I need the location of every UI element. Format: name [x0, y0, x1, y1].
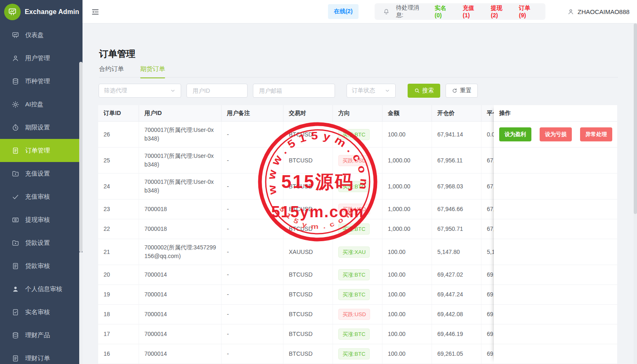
cell-open-price: 67,941.14 [432, 122, 481, 147]
cell-direction: 买涨:BTC [333, 219, 382, 239]
sidebar-item-coins[interactable]: 币种管理 [0, 70, 79, 93]
direction-tag: 买涨:BTC [338, 329, 370, 340]
cell-amount: 1,000.00 [382, 200, 432, 219]
topbar: 在线(2) 待处理消息: 实名(0)充值(1)提现(2)订单(9) ZHAOCA… [83, 0, 637, 23]
table-row-actions [494, 344, 617, 364]
sidebar-item-wealth-orders[interactable]: 理财订单 [0, 347, 79, 364]
presentation-chart-icon [8, 7, 17, 16]
column-header-4: 方向 [333, 105, 382, 121]
cell-user-note: - [222, 265, 283, 284]
cell-user-id: 7000014 [139, 324, 222, 344]
cell-open-price: 67,950.71 [432, 219, 481, 239]
sidebar-item-label: 提现审核 [25, 216, 50, 224]
sidebar-item-dashboard[interactable]: 仪表盘 [0, 23, 79, 47]
cell-amount: 1,000.00 [382, 219, 432, 239]
search-button[interactable]: 搜索 [408, 84, 440, 98]
column-header-5: 金额 [382, 105, 432, 121]
doc-icon [12, 147, 19, 155]
window-scrollbar-thumb[interactable] [634, 23, 637, 214]
sidebar-item-label: 贷款设置 [25, 239, 50, 247]
page-title: 订单管理 [99, 48, 135, 60]
clock-icon [12, 124, 19, 132]
abnormal-handle-button[interactable]: 异常处理 [580, 127, 612, 141]
direction-tag: 买涨:BTC [338, 269, 370, 280]
search-icon [414, 88, 420, 94]
cell-amount: 100.00 [382, 239, 432, 265]
cell-open-price: 69,261.05 [432, 344, 481, 364]
sidebar-item-realname-audit[interactable]: 实名审核 [0, 301, 79, 324]
direction-tag: 买涨:XAU [338, 247, 370, 258]
cell-pair: BTCUSD [283, 122, 333, 147]
reset-button[interactable]: 重置 [446, 84, 478, 98]
set-profit-button[interactable]: 设为盈利 [499, 127, 531, 141]
tab-1[interactable]: 期货订单 [140, 65, 165, 78]
sidebar-item-ai[interactable]: AI控盘 [0, 93, 79, 116]
pending-badge-0[interactable]: 实名(0) [434, 5, 453, 19]
email-input[interactable] [258, 87, 330, 94]
pending-label: 待处理消息: [396, 4, 426, 19]
cell-order-id: 18 [98, 305, 139, 324]
pending-messages-pill: 待处理消息: 实名(0)充值(1)提现(2)订单(9) [375, 3, 545, 20]
cell-order-id: 21 [98, 239, 139, 265]
table-row-actions [494, 219, 617, 239]
sidebar-item-withdraw-audit[interactable]: 提现审核 [0, 208, 79, 231]
direction-tag: 买涨:BTC [338, 348, 370, 359]
sidebar-item-period[interactable]: 期限设置 [0, 116, 79, 139]
cell-direction: 买涨:XAU [333, 239, 382, 265]
cell-user-id: 7000014 [139, 285, 222, 304]
sidebar-item-label: AI控盘 [25, 101, 43, 108]
sidebar-item-orders[interactable]: 订单管理 [0, 139, 79, 162]
exchange-admin-app: Exchange Admin 仪表盘 用户管理 币种管理 AI控盘 期限设置 订… [0, 0, 637, 364]
set-loss-button[interactable]: 设为亏损 [540, 127, 572, 141]
tab-0[interactable]: 合约订单 [99, 65, 124, 78]
sidebar-item-recharge-set[interactable]: 充值设置 [0, 162, 79, 185]
sidebar-item-loan-audit[interactable]: 贷款审核 [0, 254, 79, 277]
order-status-select[interactable]: 订单状态 [347, 84, 396, 98]
doccheck-icon [12, 308, 19, 316]
sidebar-item-label: 实名审核 [25, 308, 50, 316]
table-row-actions [494, 174, 617, 200]
sidebar-item-personal-audit[interactable]: 个人信息审核 [0, 277, 79, 301]
sidebar-scrollbar [79, 0, 83, 364]
cell-open-price: 69,446.19 [432, 324, 481, 344]
user-id-field-wrap [186, 84, 248, 98]
sidebar-item-wealth-products[interactable]: 理财产品 [0, 324, 79, 347]
cell-order-id: 25 [98, 148, 139, 173]
cell-direction: 买涨:BTC [333, 344, 382, 364]
pending-badge-1[interactable]: 充值(1) [463, 5, 481, 19]
cell-amount: 1,000.00 [382, 148, 432, 173]
main-area: 在线(2) 待处理消息: 实名(0)充值(1)提现(2)订单(9) ZHAOCA… [83, 0, 637, 364]
user-menu[interactable]: ZHAOCAIMAO888 [567, 0, 630, 23]
table-row-actions [494, 324, 617, 344]
gear-icon [12, 101, 19, 108]
refresh-icon [452, 88, 458, 94]
cell-open-price: 69,442.08 [432, 305, 481, 324]
cell-direction: 买跌:USD [333, 200, 382, 219]
actions-column-header: 操作 [494, 105, 617, 122]
menu-fold-icon[interactable] [91, 8, 99, 16]
cell-user-id: 7000002(所属代理:3457299156@qq.com) [139, 239, 222, 265]
online-badge[interactable]: 在线(2) [328, 4, 359, 19]
sidebar-item-loan-set[interactable]: 贷款设置 [0, 231, 79, 254]
sidebar-item-recharge-audit[interactable]: 充值审核 [0, 185, 79, 208]
column-header-2: 用户备注 [222, 105, 283, 121]
sidebar-menu: 仪表盘 用户管理 币种管理 AI控盘 期限设置 订单管理 充值设置 充值审核 提… [0, 23, 79, 364]
agent-filter-select[interactable]: 筛选代理 [99, 84, 181, 98]
sidebar-scrollbar-thumb[interactable] [79, 62, 83, 252]
sidebar-item-users[interactable]: 用户管理 [0, 47, 79, 70]
cell-user-id: 7000014 [139, 344, 222, 364]
email-field-wrap [253, 84, 335, 98]
doc-icon [12, 262, 19, 270]
filter-bar: 筛选代理 订单状态 搜索 重 [99, 84, 478, 98]
pending-badge-2[interactable]: 提现(2) [491, 5, 509, 19]
tabs: 合约订单期货订单 [99, 65, 165, 78]
db-icon [12, 331, 19, 339]
db-icon [12, 77, 19, 85]
user-id-input[interactable] [192, 87, 242, 94]
actions-column: 操作 设为盈利设为亏损异常处理 [494, 105, 617, 364]
table-row-actions [494, 200, 617, 219]
cell-direction: 买涨:BTC [333, 324, 382, 344]
board-icon [12, 31, 19, 39]
cell-user-note: - [222, 174, 283, 199]
pending-badge-3[interactable]: 订单(9) [519, 5, 537, 19]
